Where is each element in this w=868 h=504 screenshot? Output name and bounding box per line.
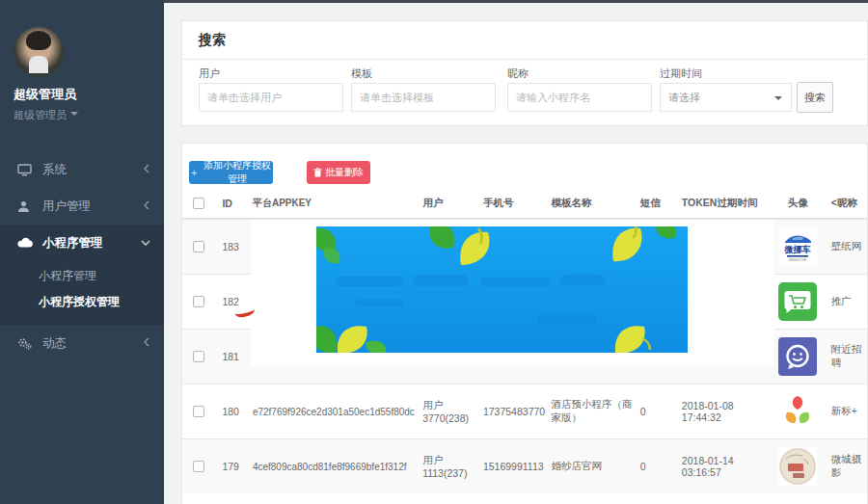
- profile-block: 超级管理员 超级管理员: [0, 0, 164, 122]
- chevron-left-icon: [143, 163, 150, 176]
- cloud-icon: [17, 237, 33, 249]
- user-avatar[interactable]: [14, 27, 64, 77]
- search-panel-title: 搜索: [182, 21, 867, 49]
- sidebar-item-system[interactable]: 系统: [0, 151, 164, 188]
- row-checkbox[interactable]: [193, 296, 204, 307]
- caret-down-icon: [774, 96, 782, 104]
- row-checkbox[interactable]: [193, 406, 204, 417]
- header-id: ID: [214, 198, 248, 209]
- divider: [182, 59, 867, 60]
- search-panel: 搜索 用户 模板 昵称 过期时间 请选择 搜索: [181, 20, 868, 126]
- sidebar-subitem-miniprogram-auth-management[interactable]: 小程序授权管理: [0, 289, 164, 315]
- user-role-toggle[interactable]: 超级管理员: [14, 108, 164, 122]
- batch-delete-button[interactable]: 批量删除: [307, 161, 370, 184]
- chevron-down-icon: [141, 236, 150, 250]
- sidebar-item-miniprogram-management[interactable]: 小程序管理: [0, 225, 164, 261]
- caret-down-icon: [70, 112, 78, 119]
- expire-time-select[interactable]: 请选择: [660, 83, 792, 112]
- trash-icon: [313, 168, 322, 177]
- row-checkbox[interactable]: [193, 351, 204, 362]
- sidebar: 超级管理员 超级管理员 系统 用户管理 小程序管理: [0, 0, 164, 504]
- car-logo: 微挪车WEINUOCHE: [769, 227, 827, 266]
- select-all-checkbox[interactable]: [193, 198, 204, 209]
- user-name: 超级管理员: [14, 86, 164, 103]
- sidebar-subitem-miniprogram-management[interactable]: 小程序管理: [0, 263, 164, 289]
- expire-time-label: 过期时间: [660, 66, 702, 81]
- gears-icon: [17, 337, 33, 350]
- chevron-left-icon: [143, 336, 150, 350]
- image-preview-overlay: [251, 220, 774, 366]
- header-nick: <昵称: [827, 197, 867, 210]
- user-field-label: 用户: [199, 66, 220, 81]
- add-auth-button[interactable]: ＋ 添加小程序授权管理: [189, 161, 273, 184]
- petals-logo: [769, 392, 827, 431]
- header-appkey: 平台APPKEY: [249, 197, 419, 210]
- table-header: ID 平台APPKEY 用户 手机号 模板名称 短信 TOKEN过期时间 头像 …: [182, 188, 867, 219]
- header-template: 模板名称: [548, 197, 637, 210]
- table-row: 179 4cef809ca80cd81fe8f9669bfe1f312f 用户 …: [182, 438, 867, 493]
- row-checkbox[interactable]: [193, 461, 204, 472]
- svg-text:微挪车: 微挪车: [784, 244, 811, 254]
- nickname-field[interactable]: [507, 83, 652, 112]
- sidebar-item-dynamics[interactable]: 动态: [0, 325, 164, 361]
- user-icon: [17, 200, 33, 213]
- table-row: 180 e72f769f926ce2d301a50ec1d55f80dc 用户 …: [182, 384, 867, 438]
- template-field[interactable]: [351, 83, 496, 112]
- header-sms: 短信: [637, 197, 678, 210]
- desktop-icon: [17, 164, 33, 176]
- header-user: 用户: [419, 197, 479, 210]
- plus-icon: ＋: [189, 166, 199, 179]
- banner-image: [316, 226, 688, 353]
- miniprogram-submenu: 小程序管理 小程序授权管理: [0, 261, 164, 325]
- smiley-logo: [769, 337, 827, 376]
- user-field[interactable]: [199, 83, 343, 112]
- template-field-label: 模板: [351, 66, 372, 81]
- row-checkbox[interactable]: [193, 241, 204, 252]
- top-border: [164, 0, 868, 3]
- sidebar-item-user-management[interactable]: 用户管理: [0, 188, 164, 225]
- header-phone: 手机号: [479, 197, 548, 210]
- search-button[interactable]: 搜索: [797, 82, 833, 113]
- svg-text:WEINUOCHE: WEINUOCHE: [789, 258, 807, 262]
- header-avatar: 头像: [769, 197, 827, 210]
- photo-logo: [769, 447, 827, 486]
- chevron-left-icon: [143, 199, 150, 213]
- cart-logo: [769, 282, 827, 321]
- header-token: TOKEN过期时间: [678, 197, 769, 210]
- sidebar-menu: 系统 用户管理 小程序管理 小程序管理 小程序授权管理: [0, 151, 164, 361]
- nickname-field-label: 昵称: [507, 66, 529, 81]
